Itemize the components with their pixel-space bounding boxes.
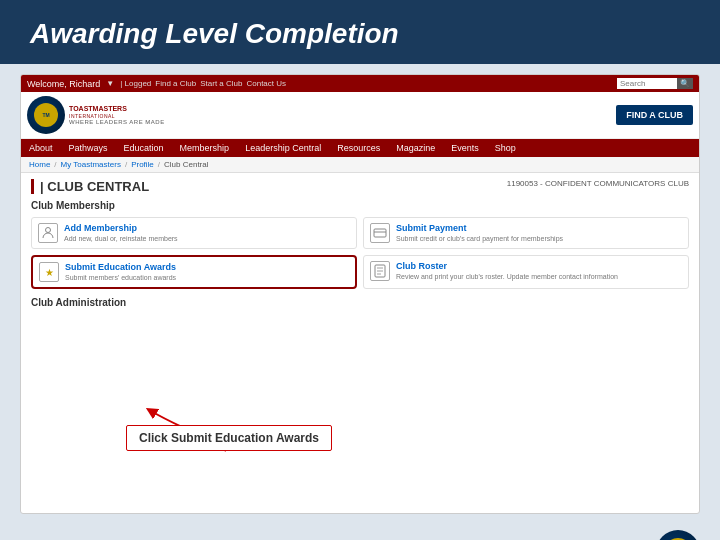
card-club-roster[interactable]: Club Roster Review and print your club's…: [363, 255, 689, 289]
nav-magazine[interactable]: Magazine: [394, 139, 437, 157]
findclub-button[interactable]: FIND A CLUB: [616, 105, 693, 125]
card-submit-education[interactable]: ★ Submit Education Awards Submit members…: [31, 255, 357, 289]
topbar: Welcome, Richard ▼ | Logged Find a Club …: [21, 75, 699, 92]
svg-point-0: [46, 228, 51, 233]
breadcrumb-home[interactable]: Home: [29, 160, 50, 169]
card-submit-payment-label[interactable]: Submit Payment: [396, 223, 682, 233]
clubcentral-header: | CLUB CENTRAL 1190053 - CONFIDENT COMMU…: [31, 179, 689, 194]
topbar-search: 🔍: [617, 78, 693, 89]
club-name: 1190053 - CONFIDENT COMMUNICATORS CLUB: [507, 179, 689, 188]
star-icon: ★: [39, 262, 59, 282]
clubcentral-title: | CLUB CENTRAL: [31, 179, 149, 194]
nav-about[interactable]: About: [27, 139, 55, 157]
callout-box: Click Submit Education Awards: [126, 425, 332, 451]
breadcrumb-sep-1: /: [54, 160, 56, 169]
slide-header: Awarding Level Completion: [0, 0, 720, 64]
card-submit-education-label[interactable]: Submit Education Awards: [65, 262, 349, 272]
slide-footer: www.toastmasters.org: [0, 524, 720, 540]
footer-logo: [656, 530, 700, 540]
search-button[interactable]: 🔍: [677, 78, 693, 89]
logo-text: TOASTMASTERS: [69, 105, 165, 113]
slide-body: Welcome, Richard ▼ | Logged Find a Club …: [0, 64, 720, 524]
nav-shop[interactable]: Shop: [493, 139, 518, 157]
page-content: | CLUB CENTRAL 1190053 - CONFIDENT COMMU…: [21, 173, 699, 320]
topbar-link-startclub[interactable]: Start a Club: [200, 79, 242, 88]
card-add-membership-desc: Add new, dual or, reinstate members: [64, 234, 350, 243]
nav-leadership[interactable]: Leadership Central: [243, 139, 323, 157]
browser-mockup: Welcome, Richard ▼ | Logged Find a Club …: [20, 74, 700, 514]
topbar-link-findclub[interactable]: Find a Club: [155, 79, 196, 88]
topbar-left: Welcome, Richard ▼ | Logged Find a Club …: [27, 79, 286, 89]
card-club-roster-text: Club Roster Review and print your club's…: [396, 261, 682, 281]
topbar-link-contact[interactable]: Contact Us: [246, 79, 286, 88]
card-submit-payment-text: Submit Payment Submit credit or club's c…: [396, 223, 682, 243]
logobar: TM TOASTMASTERS INTERNATIONAL WHERE LEAD…: [21, 92, 699, 139]
card-add-membership-text: Add Membership Add new, dual or, reinsta…: [64, 223, 350, 243]
breadcrumb-sep-2: /: [125, 160, 127, 169]
search-input[interactable]: [617, 78, 677, 89]
breadcrumb-profile[interactable]: Profile: [131, 160, 154, 169]
card-add-membership-label[interactable]: Add Membership: [64, 223, 350, 233]
card-submit-education-desc: Submit members' education awards: [65, 273, 349, 282]
slide-title: Awarding Level Completion: [30, 18, 399, 50]
breadcrumb-mytoastmasters[interactable]: My Toastmasters: [61, 160, 121, 169]
card-submit-payment[interactable]: Submit Payment Submit credit or club's c…: [363, 217, 689, 249]
admin-section-title: Club Administration: [31, 297, 689, 308]
nav-education[interactable]: Education: [122, 139, 166, 157]
nav-membership[interactable]: Membership: [178, 139, 232, 157]
card-submit-education-text: Submit Education Awards Submit members' …: [65, 262, 349, 282]
topbar-dropdown-icon[interactable]: ▼: [106, 79, 114, 88]
membership-section-title: Club Membership: [31, 200, 689, 211]
nav-resources[interactable]: Resources: [335, 139, 382, 157]
topbar-links: | Logged Find a Club Start a Club Contac…: [120, 79, 286, 88]
callout-text: Click Submit Education Awards: [139, 431, 319, 445]
card-add-membership[interactable]: Add Membership Add new, dual or, reinsta…: [31, 217, 357, 249]
person-icon: [38, 223, 58, 243]
welcome-text: Welcome, Richard: [27, 79, 100, 89]
breadcrumb: Home / My Toastmasters / Profile / Club …: [21, 157, 699, 173]
logo-text-area: TOASTMASTERS INTERNATIONAL WHERE LEADERS…: [69, 105, 165, 125]
svg-rect-1: [374, 229, 386, 237]
breadcrumb-current: Club Central: [164, 160, 208, 169]
payment-icon: [370, 223, 390, 243]
main-nav: About Pathways Education Membership Lead…: [21, 139, 699, 157]
roster-icon: [370, 261, 390, 281]
card-club-roster-label[interactable]: Club Roster: [396, 261, 682, 271]
cards-grid: Add Membership Add new, dual or, reinsta…: [31, 217, 689, 289]
breadcrumb-sep-3: /: [158, 160, 160, 169]
tm-logo-inner: TM: [34, 103, 58, 127]
tm-logo: TM: [27, 96, 65, 134]
tm-tagline: WHERE LEADERS ARE MADE: [69, 119, 165, 125]
nav-events[interactable]: Events: [449, 139, 481, 157]
card-submit-payment-desc: Submit credit or club's card payment for…: [396, 234, 682, 243]
logo-area: TM TOASTMASTERS INTERNATIONAL WHERE LEAD…: [27, 96, 165, 134]
nav-pathways[interactable]: Pathways: [67, 139, 110, 157]
card-club-roster-desc: Review and print your club's roster. Upd…: [396, 272, 682, 281]
topbar-link-logged[interactable]: | Logged: [120, 79, 151, 88]
